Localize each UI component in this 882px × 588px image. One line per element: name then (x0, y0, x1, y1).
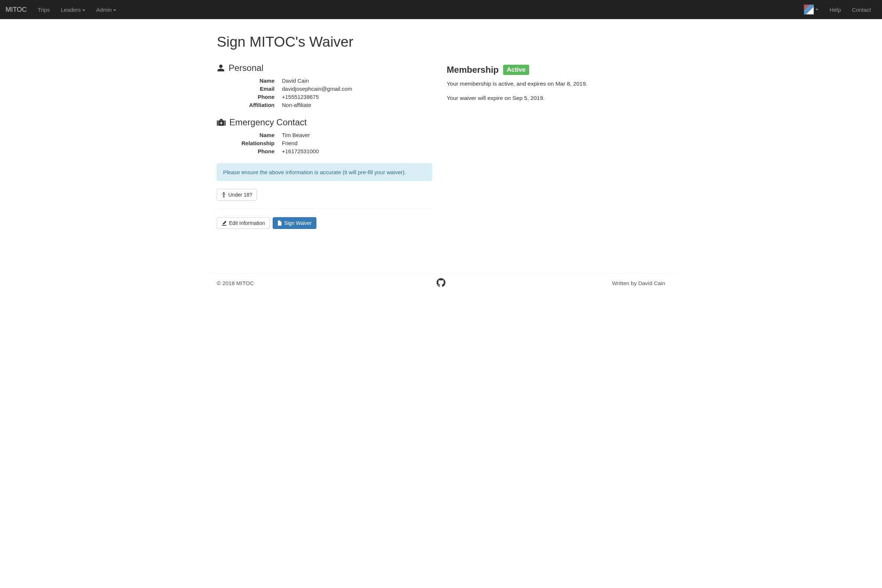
svg-point-6 (223, 192, 225, 194)
emergency-heading: Emergency Contact (217, 117, 432, 128)
footer-copyright: © 2018 MITOC (217, 280, 254, 286)
personal-affiliation-value: Non-affiliate (282, 102, 432, 108)
sign-waiver-button[interactable]: Sign Waiver (273, 217, 316, 229)
nav-help[interactable]: Help (824, 0, 846, 19)
action-buttons: Edit Information Sign Waiver (217, 217, 432, 229)
brand-link[interactable]: MITOC (6, 6, 32, 14)
github-link[interactable] (436, 278, 446, 288)
child-icon (222, 192, 226, 197)
nav-left: Trips Leaders Admin (32, 0, 122, 19)
emergency-name-label: Name (217, 132, 282, 138)
emergency-name-value: Tim Beaver (282, 132, 432, 138)
emergency-list: Name Tim Beaver Relationship Friend Phon… (217, 132, 432, 154)
right-column: Membership Active Your membership is act… (447, 63, 665, 229)
divider (217, 209, 432, 209)
nav-help-label: Help (830, 7, 841, 13)
edit-icon (222, 220, 227, 226)
personal-email-value: davidjosephcain@gmail.com (282, 86, 432, 92)
personal-affiliation-label: Affiliation (217, 102, 282, 108)
membership-expiry-text: Your membership is active, and expires o… (447, 80, 665, 88)
nav-admin[interactable]: Admin (91, 0, 122, 19)
membership-heading-text: Membership (447, 64, 499, 75)
sign-waiver-label: Sign Waiver (284, 220, 312, 226)
main-container: Sign MITOC's Waiver Personal Name David … (206, 19, 676, 244)
status-badge: Active (503, 64, 529, 75)
svg-rect-0 (217, 120, 218, 126)
personal-email-label: Email (217, 86, 282, 92)
left-column: Personal Name David Cain Email davidjose… (217, 63, 432, 229)
nav-leaders-label: Leaders (61, 7, 81, 13)
nav-trips[interactable]: Trips (32, 0, 56, 19)
personal-heading-text: Personal (229, 63, 264, 73)
personal-heading: Personal (217, 63, 432, 73)
medical-kit-icon (217, 118, 226, 126)
personal-list: Name David Cain Email davidjosephcain@gm… (217, 78, 432, 108)
avatar (804, 4, 814, 15)
emergency-phone-label: Phone (217, 148, 282, 154)
membership-heading: Membership Active (447, 64, 665, 75)
personal-name-value: David Cain (282, 78, 432, 84)
edit-information-button[interactable]: Edit Information (217, 217, 270, 229)
svg-rect-3 (220, 119, 222, 120)
edit-information-label: Edit Information (229, 220, 265, 226)
nav-admin-label: Admin (96, 7, 112, 13)
personal-phone-value: +15551238675 (282, 94, 432, 100)
svg-rect-1 (225, 120, 226, 126)
nav-right: Help Contact (798, 0, 876, 19)
page-title: Sign MITOC's Waiver (217, 34, 665, 50)
footer: © 2018 MITOC Written by David Cain (206, 273, 676, 297)
top-navbar: MITOC Trips Leaders Admin Help Contact (0, 0, 882, 19)
emergency-relationship-label: Relationship (217, 140, 282, 146)
nav-contact-label: Contact (852, 7, 871, 13)
under-18-button[interactable]: Under 18? (217, 189, 257, 201)
chevron-down-icon (82, 9, 85, 11)
nav-leaders[interactable]: Leaders (55, 0, 90, 19)
personal-name-label: Name (217, 78, 282, 84)
nav-contact[interactable]: Contact (846, 0, 876, 19)
document-icon (278, 220, 282, 226)
chevron-down-icon (113, 9, 116, 11)
nav-user-menu[interactable] (798, 0, 824, 19)
waiver-expiry-text: Your waiver will expire on Sep 5, 2019. (447, 94, 665, 102)
github-icon (436, 278, 446, 287)
personal-phone-label: Phone (217, 94, 282, 100)
svg-rect-5 (220, 123, 222, 123)
emergency-heading-text: Emergency Contact (230, 117, 307, 128)
emergency-phone-value: +16172531000 (282, 148, 432, 154)
emergency-relationship-value: Friend (282, 140, 432, 146)
nav-trips-label: Trips (38, 7, 50, 13)
under-18-label: Under 18? (228, 192, 252, 198)
accuracy-alert: Please ensure the above information is a… (217, 164, 432, 181)
person-icon (217, 64, 225, 72)
footer-credit: Written by David Cain (612, 280, 665, 286)
chevron-down-icon (816, 9, 818, 10)
content-row: Personal Name David Cain Email davidjose… (217, 63, 665, 229)
